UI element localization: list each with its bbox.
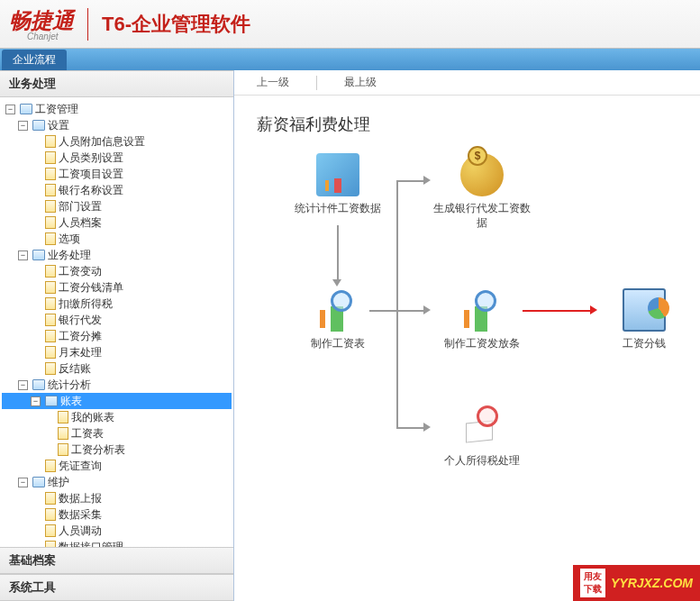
tree-item[interactable]: −工资管理	[2, 101, 232, 117]
tree-item[interactable]: 我的账表	[2, 409, 232, 425]
tree-item[interactable]: 工资分摊	[2, 328, 232, 344]
file-icon	[45, 216, 56, 229]
watermark-url: YYRJXZ.COM	[611, 576, 693, 590]
tree-label: 业务处理	[48, 248, 91, 263]
file-icon	[45, 346, 56, 359]
flow-node-payslip[interactable]: 制作工资发放条	[432, 288, 532, 351]
tree-item[interactable]: 人员档案	[2, 214, 232, 231]
folder-open-icon	[32, 477, 45, 487]
tree-item[interactable]: 工资项目设置	[2, 166, 232, 182]
tree-label: 工资分析表	[71, 442, 125, 458]
tree-item[interactable]: 人员附加信息设置	[2, 133, 232, 150]
tree-item[interactable]: 人员类别设置	[2, 150, 232, 166]
file-icon	[58, 411, 68, 423]
tree-label: 数据上报	[59, 491, 102, 506]
tree-item[interactable]: 工资表	[2, 425, 232, 442]
folder-open-icon	[32, 120, 45, 131]
tree-item[interactable]: 凭证查询	[2, 458, 232, 474]
sidebar-section-system[interactable]: 系统工具	[0, 574, 233, 601]
app-header: 畅捷通 Chanjet T6-企业管理软件	[0, 0, 700, 49]
bank-money-icon	[460, 153, 504, 196]
tree-item[interactable]: 部门设置	[2, 198, 232, 214]
tab-enterprise-flow[interactable]: 企业流程	[2, 50, 67, 70]
tree-label: 人员附加信息设置	[59, 134, 145, 150]
tree-label: 人员类别设置	[59, 150, 123, 166]
tree-item[interactable]: 选项	[2, 231, 232, 247]
tree-label: 银行代发	[59, 313, 102, 328]
folder-open-icon	[32, 379, 45, 390]
chart-magnifier-icon	[316, 288, 359, 332]
tree-label: 月末处理	[59, 345, 102, 360]
nav-tree: −工资管理−设置人员附加信息设置人员类别设置工资项目设置银行名称设置部门设置人员…	[0, 97, 233, 547]
header-divider	[87, 8, 88, 41]
logo: 畅捷通 Chanjet	[9, 6, 74, 41]
tree-label: 反结账	[59, 361, 91, 377]
expand-toggle-icon[interactable]: −	[18, 121, 28, 131]
tree-label: 工资表	[71, 426, 104, 442]
file-icon	[45, 314, 56, 326]
tree-label: 账表	[60, 394, 82, 409]
tree-label: 工资管理	[35, 102, 78, 117]
breadcrumb-top[interactable]: 最上级	[335, 75, 386, 90]
expand-toggle-icon[interactable]: −	[18, 250, 28, 260]
expand-toggle-icon[interactable]: −	[31, 396, 41, 406]
tree-item[interactable]: 数据上报	[2, 490, 232, 506]
folder-open-icon	[32, 250, 45, 260]
file-icon	[45, 460, 56, 472]
file-icon	[45, 200, 56, 213]
tree-item[interactable]: 月末处理	[2, 344, 232, 360]
tree-item[interactable]: 工资分析表	[2, 442, 232, 458]
tree-item[interactable]: −维护	[2, 474, 232, 490]
tree-item[interactable]: −业务处理	[2, 247, 232, 263]
tree-item[interactable]: 数据接口管理	[2, 539, 232, 547]
tree-item[interactable]: 工资变动	[2, 263, 232, 279]
file-icon	[58, 427, 68, 440]
expand-toggle-icon[interactable]: −	[18, 478, 28, 487]
tree-label: 工资分钱清单	[59, 280, 123, 296]
tree-item[interactable]: 扣缴所得税	[2, 296, 232, 312]
flow-node-bank-data[interactable]: 生成银行代发工资数据	[432, 153, 532, 230]
file-icon	[45, 135, 56, 148]
tab-bar: 企业流程	[0, 49, 700, 70]
folder-open-icon	[45, 396, 58, 406]
tree-item[interactable]: −设置	[2, 117, 232, 133]
sidebar-section-business[interactable]: 业务处理	[0, 70, 233, 97]
tree-label: 扣缴所得税	[59, 296, 113, 312]
tree-item[interactable]: −统计分析	[2, 377, 232, 393]
tree-item[interactable]: 人员调动	[2, 523, 232, 539]
breadcrumb-separator	[316, 76, 317, 90]
file-icon	[45, 524, 56, 537]
flow-node-tax[interactable]: 个人所得税处理	[432, 405, 532, 469]
expand-toggle-icon[interactable]: −	[5, 105, 15, 114]
tree-label: 人员档案	[59, 215, 102, 231]
flow-node-make-sheet[interactable]: 制作工资表	[288, 288, 387, 351]
tree-item[interactable]: 银行名称设置	[2, 182, 232, 198]
file-icon	[45, 297, 56, 310]
tree-label: 凭证查询	[59, 459, 102, 474]
tree-label: 银行名称设置	[59, 183, 123, 198]
tree-label: 选项	[59, 232, 80, 247]
tree-item[interactable]: 数据采集	[2, 506, 232, 523]
file-icon	[45, 362, 56, 375]
tree-label: 维护	[48, 475, 69, 490]
expand-toggle-icon[interactable]: −	[18, 380, 28, 390]
file-icon	[45, 330, 56, 342]
file-icon	[45, 508, 56, 521]
app-title: T6-企业管理软件	[102, 11, 250, 38]
tree-label: 数据接口管理	[59, 540, 123, 548]
tree-item[interactable]: 银行代发	[2, 312, 232, 328]
sidebar-section-basic[interactable]: 基础档案	[0, 547, 233, 574]
sidebar: 业务处理 −工资管理−设置人员附加信息设置人员类别设置工资项目设置银行名称设置部…	[0, 70, 234, 601]
flow-node-distribute[interactable]: 工资分钱	[595, 288, 694, 351]
tree-item[interactable]: 工资分钱清单	[2, 279, 232, 296]
main-area: 业务处理 −工资管理−设置人员附加信息设置人员类别设置工资项目设置银行名称设置部…	[0, 70, 700, 601]
tree-label: 工资分摊	[59, 329, 102, 344]
file-icon	[45, 492, 56, 505]
tree-label: 部门设置	[59, 199, 102, 214]
file-icon	[45, 281, 56, 294]
tree-label: 统计分析	[48, 378, 91, 393]
tree-item[interactable]: −账表	[2, 393, 232, 409]
tree-item[interactable]: 反结账	[2, 360, 232, 377]
flow-node-stat-data[interactable]: 统计计件工资数据	[288, 153, 387, 216]
breadcrumb-up-one[interactable]: 上一级	[248, 75, 298, 90]
